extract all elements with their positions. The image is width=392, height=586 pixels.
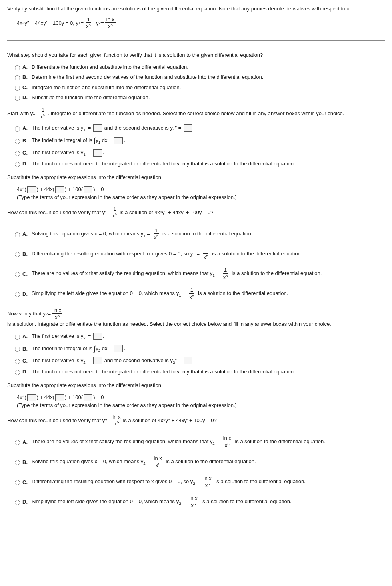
r2-opt-b[interactable]: B. Solving this equation gives x = 0, wh… (13, 456, 385, 468)
r1-radio-d[interactable] (15, 292, 20, 297)
answer-input[interactable] (114, 137, 123, 144)
sub-eq-2: 4x2() + 44x() + 100() = 0 (17, 393, 385, 401)
q3-prompt: How can this result be used to verify th… (7, 414, 385, 427)
answer-input[interactable] (84, 186, 92, 193)
p2-opt-a[interactable]: A. The first derivative is y2′ = . (13, 332, 385, 341)
r1-opt-c[interactable]: C. There are no values of x that satisfy… (13, 267, 385, 280)
p2-radio-c[interactable] (15, 359, 20, 364)
start-y2: Now verify that y2 = ln xx5 is a solutio… (7, 307, 385, 328)
p1-opt-d[interactable]: D.The function does not need to be integ… (13, 160, 385, 168)
r1-opt-d[interactable]: D. Simplifying the left side gives the e… (13, 287, 385, 300)
answer-input[interactable] (27, 394, 36, 401)
q1-radio-a[interactable] (15, 65, 20, 70)
given-equation: 4x2y′′ + 44xy′ + 100y = 0, y1 = 1x5 , y2… (17, 17, 385, 30)
divider (7, 40, 385, 41)
sub-note-1: (Type the terms of your expression in th… (17, 193, 385, 201)
answer-input[interactable] (114, 345, 123, 352)
integral-icon: ∫ (94, 136, 96, 144)
q1-radio-b[interactable] (15, 75, 20, 80)
r1-opt-a[interactable]: A. Solving this equation gives x = 0, wh… (13, 228, 385, 241)
p2-radio-d[interactable] (15, 370, 20, 375)
sub-eq-1: 4x2() + 44x() + 100() = 0 (17, 185, 385, 193)
q2-prompt: How can this result be used to verify th… (7, 206, 385, 219)
q1-opt-d[interactable]: D.Substitute the function into the diffe… (13, 94, 385, 102)
answer-input[interactable] (93, 357, 102, 364)
p2-opt-d[interactable]: D.The function does not need to be integ… (13, 368, 385, 376)
answer-input[interactable] (184, 357, 192, 364)
r1-radio-a[interactable] (15, 232, 20, 237)
r1-radio-b[interactable] (15, 252, 20, 257)
r1-radio-c[interactable] (15, 272, 20, 277)
r2-opt-d[interactable]: D. Simplifying the left side gives the e… (13, 496, 385, 508)
p2-radio-b[interactable] (15, 347, 20, 352)
r2-opt-a[interactable]: A. There are no values of x that satisfy… (13, 435, 385, 448)
p2-opt-b[interactable]: B. The indefinite integral of is ∫y2 dx … (13, 343, 385, 354)
answer-input[interactable] (93, 149, 102, 157)
q1-choices: A.Differentiate the function and substit… (13, 63, 385, 102)
sub-head-2: Substitute the appropriate expressions i… (7, 381, 385, 389)
r1-opt-b[interactable]: B. Differentiating the resulting equatio… (13, 248, 385, 261)
answer-input[interactable] (55, 394, 64, 401)
r2-opt-c[interactable]: C. Differentiating the resulting equatio… (13, 476, 385, 488)
q1-opt-b[interactable]: B.Determine the first and second derivat… (13, 73, 385, 81)
q1-radio-c[interactable] (15, 86, 20, 91)
p1-radio-a[interactable] (15, 126, 20, 132)
p1-opt-c[interactable]: C. The first derivative is y1′ = . (13, 149, 385, 157)
sub-note-2: (Type the terms of your expression in th… (17, 401, 385, 409)
r2-radio-d[interactable] (15, 500, 20, 505)
r2-radio-a[interactable] (15, 440, 20, 445)
q1-opt-c[interactable]: C.Integrate the function and substitute … (13, 84, 385, 92)
p1-opt-b[interactable]: B. The indefinite integral of is ∫y1 dx … (13, 135, 385, 146)
q1-radio-d[interactable] (15, 96, 20, 101)
p1-radio-c[interactable] (15, 151, 20, 156)
r2-radio-b[interactable] (15, 460, 20, 465)
p1-opt-a[interactable]: A. The first derivative is y1′ = and the… (13, 124, 385, 133)
start-y1: Start with y1 = 1x5 . Integrate or diffe… (7, 107, 385, 120)
p2-opt-c[interactable]: C. The first derivative is y2′ = and the… (13, 357, 385, 365)
answer-input[interactable] (93, 124, 102, 132)
answer-input[interactable] (27, 186, 36, 193)
p1-radio-d[interactable] (15, 162, 20, 167)
answer-input[interactable] (84, 394, 92, 401)
intro-text: Verify by substitution that the given fu… (7, 5, 385, 13)
r2-radio-c[interactable] (15, 480, 20, 485)
integral-icon: ∫ (94, 345, 96, 353)
answer-input[interactable] (184, 124, 192, 132)
q1-prompt: What step should you take for each given… (7, 51, 385, 59)
answer-input[interactable] (93, 333, 102, 340)
p1-radio-b[interactable] (15, 139, 20, 144)
answer-input[interactable] (55, 186, 64, 193)
p2-radio-a[interactable] (15, 335, 20, 340)
q1-opt-a[interactable]: A.Differentiate the function and substit… (13, 63, 385, 71)
sub-head-1: Substitute the appropriate expressions i… (7, 173, 385, 181)
